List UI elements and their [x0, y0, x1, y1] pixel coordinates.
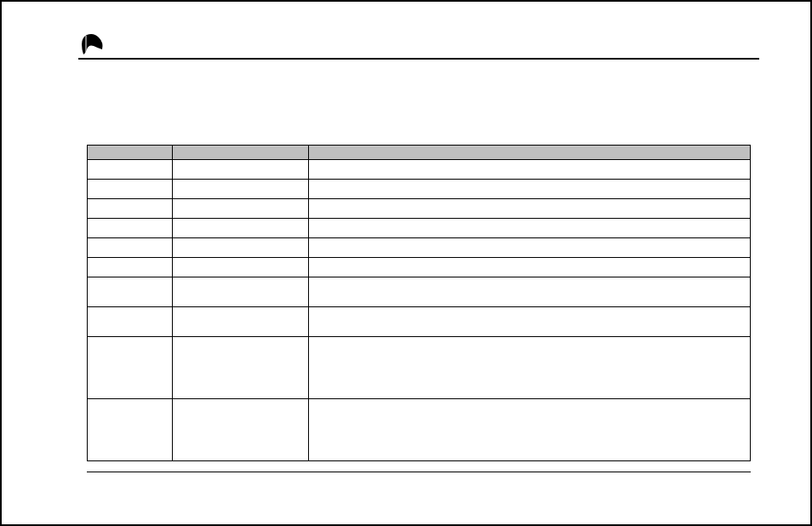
table-row	[88, 277, 751, 307]
table-cell	[173, 199, 309, 219]
table-cell	[173, 277, 309, 307]
table-cell	[309, 180, 751, 199]
table-row	[88, 160, 751, 180]
table-cell	[88, 258, 173, 277]
table-cell	[309, 219, 751, 238]
page	[0, 0, 812, 526]
table-cell	[88, 277, 173, 307]
content-area	[78, 27, 759, 472]
table-row	[88, 337, 751, 399]
table-cell	[88, 199, 173, 219]
table-header-cell	[309, 146, 751, 160]
table-cell	[173, 307, 309, 337]
table-body	[88, 160, 751, 461]
table-container	[87, 145, 751, 461]
table-row	[88, 180, 751, 199]
table-header-cell	[173, 146, 309, 160]
table-cell	[173, 160, 309, 180]
table-cell	[88, 238, 173, 258]
table-cell	[309, 238, 751, 258]
table-row	[88, 199, 751, 219]
table-row	[88, 399, 751, 461]
table-row	[88, 258, 751, 277]
table-cell	[309, 160, 751, 180]
table-cell	[88, 180, 173, 199]
table-row	[88, 219, 751, 238]
table-cell	[88, 307, 173, 337]
header-row	[78, 27, 759, 58]
table-cell	[309, 399, 751, 461]
table-cell	[309, 277, 751, 307]
logo-icon	[78, 31, 106, 58]
table-header-cell	[88, 146, 173, 160]
table-cell	[173, 399, 309, 461]
table-cell	[173, 258, 309, 277]
table-cell	[173, 337, 309, 399]
table-header-row	[88, 146, 751, 160]
data-table	[87, 145, 751, 461]
table-cell	[173, 219, 309, 238]
table-cell	[309, 199, 751, 219]
table-cell	[309, 337, 751, 399]
table-cell	[88, 160, 173, 180]
table-row	[88, 307, 751, 337]
table-cell	[309, 258, 751, 277]
table-cell	[88, 337, 173, 399]
table-cell	[173, 180, 309, 199]
table-row	[88, 238, 751, 258]
header-rule	[78, 58, 759, 60]
table-cell	[173, 238, 309, 258]
table-cell	[88, 219, 173, 238]
footer-rule	[87, 472, 751, 472]
table-cell	[88, 399, 173, 461]
table-cell	[309, 307, 751, 337]
